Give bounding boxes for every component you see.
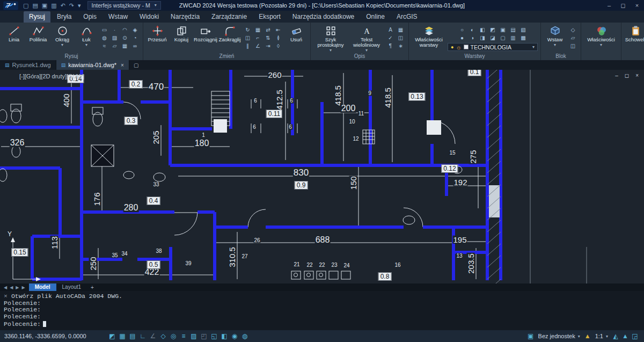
edit-block-icon[interactable]: ▱ <box>568 34 577 42</box>
ribbon-tab-narzędzia-dodatkowe[interactable]: Narzędzia dodatkowe <box>287 11 360 23</box>
szyk-prostokatny-button[interactable]: Szyk prostokątny ▾ <box>313 24 348 52</box>
align-icon[interactable]: ⇅ <box>264 34 273 42</box>
tab-layout1[interactable]: Layout1 <box>56 283 87 291</box>
grid-display-icon[interactable]: ▤ <box>128 331 137 341</box>
extend-icon[interactable]: ⇥ <box>264 42 273 50</box>
spline-icon[interactable]: ≈ <box>100 42 109 50</box>
scale-icon[interactable]: ⇄ <box>264 26 273 34</box>
kopiuj-button[interactable]: Kopiuj <box>170 24 193 52</box>
chevron-down-icon[interactable]: ▾ <box>606 334 608 339</box>
layer-freeze-icon[interactable]: ◐ <box>468 26 477 34</box>
single-text-icon[interactable]: A <box>386 26 395 34</box>
layer-thaw-icon[interactable]: ◑ <box>468 34 477 42</box>
units-icon[interactable]: ▣ <box>526 331 536 341</box>
workspace-dropdown[interactable]: Interfejs wstążkowy - M ▾ <box>87 1 161 10</box>
annotation-visibility-icon[interactable]: ◭ <box>611 331 620 341</box>
okrag-button[interactable]: Okrąg ▾ <box>51 24 74 52</box>
transparency-icon[interactable]: ▨ <box>189 331 199 341</box>
join-icon[interactable]: ≬ <box>274 34 283 42</box>
layer-unlock-icon[interactable]: ◨ <box>478 34 487 42</box>
schowek-button[interactable]: Schowek <box>624 24 644 52</box>
table2-icon[interactable]: ▦ <box>396 26 405 34</box>
doc-restore-icon[interactable]: ◻ <box>625 72 629 78</box>
first-layout-icon[interactable]: ◀ <box>4 285 7 290</box>
layer-unisolate-icon[interactable]: ◪ <box>488 34 497 42</box>
wstaw-button[interactable]: Wstaw ▾ <box>544 24 566 52</box>
zwcad-logo-icon[interactable] <box>3 1 19 10</box>
redo-icon[interactable]: ↷ <box>69 1 74 10</box>
last-layout-icon[interactable]: ▶ <box>21 285 25 290</box>
construction-line-icon[interactable]: ∞ <box>130 42 140 50</box>
layer-states-icon[interactable]: ▥ <box>509 34 518 42</box>
lineweight-icon[interactable]: ≡ <box>179 331 188 341</box>
layer-off-icon[interactable]: ○ <box>458 26 467 34</box>
break-icon[interactable]: ⇤ <box>274 26 283 34</box>
linia-button[interactable]: Linia <box>3 24 25 52</box>
region-icon[interactable]: ◈ <box>130 26 140 34</box>
ribbon-tab-online[interactable]: Online <box>361 11 390 23</box>
dynamic-input-icon[interactable]: ◰ <box>199 331 209 341</box>
polar-tracking-icon[interactable]: ∠ <box>148 331 158 341</box>
donut-icon[interactable]: ⊙ <box>120 34 129 42</box>
annotation-monitor-icon[interactable]: ◍ <box>240 331 250 341</box>
arc-segment-icon[interactable]: ◠ <box>120 26 129 34</box>
create-block-icon[interactable]: ◇ <box>568 26 577 34</box>
ribbon-tab-rysuj[interactable]: Rysuj <box>24 11 50 23</box>
open-file-icon[interactable]: ▤ <box>32 1 38 10</box>
units-label[interactable]: Bez jednostek <box>538 333 575 339</box>
annotation-autoscale-icon[interactable]: ▲ <box>620 331 630 341</box>
paragraph-icon[interactable]: ¶ <box>386 42 395 50</box>
infer-constraints-icon[interactable]: ◩ <box>107 331 117 341</box>
field-icon[interactable]: ◫ <box>396 34 405 42</box>
spell-check-icon[interactable]: ✓ <box>386 34 395 42</box>
viewport-controls[interactable]: [-][Góra][2D druty][GUW] <box>19 73 84 79</box>
chamfer-icon[interactable]: ∠ <box>253 42 262 50</box>
save-icon[interactable]: ▣ <box>42 1 47 10</box>
trim-icon[interactable]: ⌐ <box>253 34 262 42</box>
annotative-scale-icon[interactable]: ▲ <box>583 331 592 341</box>
explode-icon[interactable]: ◊ <box>274 42 283 50</box>
polygon-icon[interactable]: ▱ <box>110 42 119 50</box>
doc-minimize-icon[interactable]: – <box>615 72 618 78</box>
new-drawing-tab-icon[interactable]: ▢ <box>129 60 143 70</box>
floor-plan-canvas[interactable] <box>0 70 644 283</box>
tekst-wieloliniowy-button[interactable]: A Tekst wieloliniowy ▾ <box>349 24 384 52</box>
minimize-icon[interactable]: – <box>602 2 616 9</box>
command-prompt-line[interactable]: Polecenie: <box>4 321 640 328</box>
maximize-icon[interactable]: ◻ <box>616 2 630 9</box>
przesun-button[interactable]: Przesuń <box>146 24 169 52</box>
point-icon[interactable]: ∙ <box>110 26 119 34</box>
layer-match-icon[interactable]: ▣ <box>499 26 508 34</box>
rozciagnij-button[interactable]: Rozciągnij <box>194 24 217 52</box>
dynamic-ucs-icon[interactable]: ◱ <box>209 331 219 341</box>
tab-model[interactable]: Model <box>29 283 56 291</box>
doc-close-icon[interactable]: × <box>635 72 639 78</box>
chevron-down-icon[interactable]: ▾ <box>578 334 580 339</box>
offset-icon[interactable]: ∥ <box>243 42 252 50</box>
polilinia-button[interactable]: Polilinia <box>27 24 49 52</box>
ribbon-tab-wstaw[interactable]: Wstaw <box>103 11 133 23</box>
ribbon-tab-bryła[interactable]: Bryła <box>52 11 77 23</box>
selection-cycling-icon[interactable]: ◉ <box>230 331 239 341</box>
wlasciwosci-warstwy-button[interactable]: Właściwości warstwy <box>412 24 446 52</box>
usun-button[interactable]: Usuń <box>285 24 308 52</box>
qat-dropdown-icon[interactable]: ▾ <box>78 1 81 10</box>
quick-properties-icon[interactable]: ◧ <box>219 331 229 341</box>
next-layout-icon[interactable]: ▶ <box>16 285 19 290</box>
drawing-viewport[interactable]: 470400260412.5418.5418.52003262051808301… <box>0 70 644 283</box>
prev-layout-icon[interactable]: ◀ <box>10 285 13 290</box>
ribbon-tab-opis[interactable]: Opis <box>78 11 102 23</box>
doc-tab-kawiarnia[interactable]: ▤ kawiarnia-01.dwg* × <box>56 60 129 70</box>
array-modify-icon[interactable]: ▦ <box>253 26 262 34</box>
ribbon-tab-arcgis[interactable]: ArcGIS <box>391 11 423 23</box>
undo-icon[interactable]: ↶ <box>61 1 65 10</box>
clean-screen-icon[interactable]: ◲ <box>630 331 640 341</box>
layer-merge-icon[interactable]: ▧ <box>519 26 528 34</box>
layer-walk-icon[interactable]: ▤ <box>509 26 518 34</box>
annotation-scale-label[interactable]: 1:1 <box>595 333 603 339</box>
layer-isolate-icon[interactable]: ◩ <box>488 26 497 34</box>
ellipse-icon[interactable]: ◍ <box>100 34 109 42</box>
command-line-panel[interactable]: ×Otwórz plik AutoCADa 2004 DWG.Polecenie… <box>0 291 644 330</box>
layer-delete-icon[interactable]: ▩ <box>519 34 528 42</box>
mirror-icon[interactable]: ◫ <box>243 34 252 42</box>
